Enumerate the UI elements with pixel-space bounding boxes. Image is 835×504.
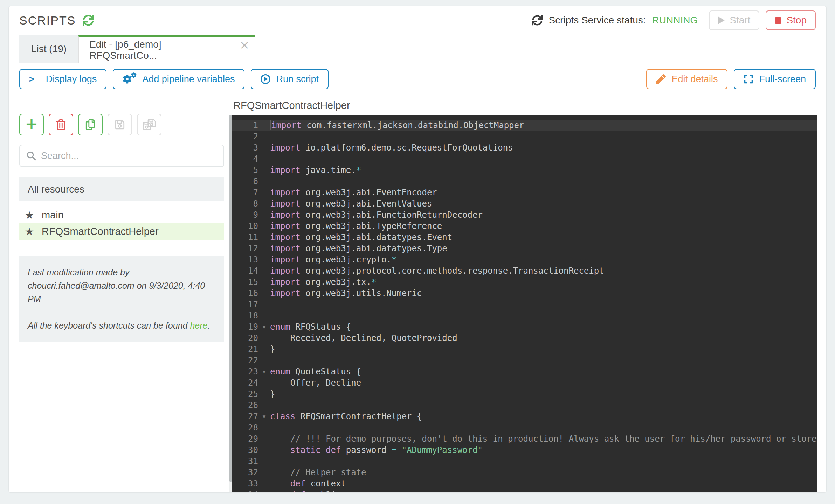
- code-text[interactable]: }: [270, 344, 817, 355]
- code-line[interactable]: 24 Offer, Decline: [232, 377, 817, 388]
- code-text[interactable]: [270, 422, 817, 433]
- code-line[interactable]: 33 def context: [232, 478, 817, 489]
- code-text[interactable]: def context: [270, 478, 817, 489]
- fold-arrow-icon[interactable]: ▾: [258, 411, 270, 422]
- add-resource-button[interactable]: +: [19, 114, 44, 135]
- code-line[interactable]: 7import org.web3j.abi.EventEncoder: [232, 187, 817, 198]
- code-text[interactable]: class RFQSmartContractHelper {: [270, 411, 817, 422]
- refresh-icon[interactable]: [83, 15, 94, 26]
- code-text[interactable]: import org.web3j.abi.datatypes.Type: [270, 243, 817, 254]
- tabbar: List (19) Edit - [p6_demo] RFQSmartCo...…: [9, 35, 826, 63]
- code-text[interactable]: enum QuoteStatus {: [270, 366, 817, 377]
- code-line[interactable]: 29 // !!! For demo purposes, don't do th…: [232, 433, 817, 444]
- code-text[interactable]: // !!! For demo purposes, don't do this …: [270, 433, 817, 444]
- code-line[interactable]: 23▾enum QuoteStatus {: [232, 366, 817, 377]
- code-line[interactable]: 3import io.platform6.demo.sc.RequestForQ…: [232, 142, 817, 153]
- display-logs-button[interactable]: >_ Display logs: [19, 69, 106, 89]
- search-input[interactable]: [41, 150, 217, 161]
- code-text[interactable]: [270, 131, 817, 142]
- code-line[interactable]: 34 def web3j: [232, 489, 817, 493]
- code-text[interactable]: enum RFQStatus {: [270, 321, 817, 332]
- code-text[interactable]: static def password = "ADummyPassword": [270, 444, 817, 456]
- code-text[interactable]: import org.web3j.abi.TypeReference: [270, 220, 817, 232]
- shortcuts-link[interactable]: here: [190, 321, 207, 330]
- full-screen-button[interactable]: Full-screen: [734, 69, 816, 89]
- code-line[interactable]: 8import org.web3j.abi.EventValues: [232, 198, 817, 209]
- list-item[interactable]: ★ main: [19, 207, 224, 223]
- code-text[interactable]: import org.web3j.utils.Numeric: [270, 288, 817, 299]
- code-text[interactable]: [270, 400, 817, 411]
- code-line[interactable]: 20 Received, Declined, QuoteProvided: [232, 332, 817, 344]
- code-line[interactable]: 6: [232, 176, 817, 187]
- tab-edit[interactable]: Edit - [p6_demo] RFQSmartCo... ×: [78, 35, 255, 63]
- code-line[interactable]: 15import org.web3j.tx.*: [232, 276, 817, 288]
- code-line[interactable]: 9import org.web3j.abi.FunctionReturnDeco…: [232, 209, 817, 220]
- code-editor[interactable]: 1import com.fasterxml.jackson.databind.O…: [232, 115, 817, 493]
- code-area[interactable]: 1import com.fasterxml.jackson.databind.O…: [232, 120, 817, 493]
- code-text[interactable]: import org.web3j.abi.EventValues: [270, 198, 817, 209]
- code-line[interactable]: 16import org.web3j.utils.Numeric: [232, 288, 817, 299]
- line-number: 9: [232, 209, 258, 220]
- service-refresh-icon[interactable]: [532, 15, 543, 26]
- code-line[interactable]: 12import org.web3j.abi.datatypes.Type: [232, 243, 817, 254]
- duplicate-resource-button[interactable]: [78, 114, 103, 135]
- code-text[interactable]: }: [270, 388, 817, 400]
- code-line[interactable]: 18: [232, 310, 817, 321]
- code-text[interactable]: import java.time.*: [270, 164, 817, 176]
- code-text[interactable]: import org.web3j.tx.*: [270, 276, 817, 288]
- edit-details-button[interactable]: Edit details: [646, 69, 727, 89]
- code-line[interactable]: 2: [232, 131, 817, 142]
- code-text[interactable]: [270, 176, 817, 187]
- stop-service-button[interactable]: Stop: [766, 10, 816, 30]
- list-item-selected[interactable]: ★ RFQSmartContractHelper: [19, 223, 224, 240]
- code-text[interactable]: import org.web3j.abi.EventEncoder: [270, 187, 817, 198]
- code-text[interactable]: Offer, Decline: [270, 377, 817, 388]
- code-text[interactable]: import org.web3j.crypto.*: [270, 254, 817, 265]
- code-text[interactable]: def web3j: [270, 489, 817, 493]
- fold-arrow-icon[interactable]: ▾: [258, 366, 270, 377]
- run-script-button[interactable]: Run script: [251, 69, 329, 89]
- code-line[interactable]: 11import org.web3j.abi.datatypes.Event: [232, 232, 817, 243]
- code-text[interactable]: [270, 355, 817, 366]
- fold-arrow-icon[interactable]: ▾: [258, 321, 270, 332]
- code-line[interactable]: 28: [232, 422, 817, 433]
- code-text[interactable]: Received, Declined, QuoteProvided: [270, 332, 817, 344]
- tab-list[interactable]: List (19): [19, 35, 78, 63]
- code-line[interactable]: 22: [232, 355, 817, 366]
- code-line[interactable]: 25}: [232, 388, 817, 400]
- code-text[interactable]: [270, 153, 817, 164]
- code-text[interactable]: [270, 310, 817, 321]
- add-pipeline-variables-button[interactable]: Add pipeline variables: [113, 69, 244, 89]
- code-line[interactable]: 14import org.web3j.protocol.core.methods…: [232, 265, 817, 276]
- close-icon[interactable]: ×: [240, 38, 250, 52]
- delete-resource-button[interactable]: [49, 114, 73, 135]
- save-all-resources-button[interactable]: [137, 114, 161, 135]
- code-line[interactable]: 1import com.fasterxml.jackson.databind.O…: [232, 120, 817, 131]
- code-text[interactable]: import com.fasterxml.jackson.databind.Ob…: [270, 120, 817, 131]
- code-line[interactable]: 17: [232, 299, 817, 310]
- code-text[interactable]: import org.web3j.abi.FunctionReturnDecod…: [270, 209, 817, 220]
- line-number: 29: [232, 433, 258, 444]
- code-line[interactable]: 4: [232, 153, 817, 164]
- code-line[interactable]: 13import org.web3j.crypto.*: [232, 254, 817, 265]
- code-line[interactable]: 21}: [232, 344, 817, 355]
- code-line[interactable]: 32 // Helper state: [232, 467, 817, 478]
- editor-scrollbar[interactable]: [229, 115, 232, 493]
- code-text[interactable]: import io.platform6.demo.sc.RequestForQu…: [270, 142, 817, 153]
- code-line[interactable]: 26: [232, 400, 817, 411]
- code-text[interactable]: [270, 299, 817, 310]
- scrollbar-thumb[interactable]: [229, 115, 232, 482]
- code-text[interactable]: import org.web3j.protocol.core.methods.r…: [270, 265, 817, 276]
- save-resource-button[interactable]: [108, 114, 132, 135]
- code-line[interactable]: 30 static def password = "ADummyPassword…: [232, 444, 817, 456]
- code-text[interactable]: import org.web3j.abi.datatypes.Event: [270, 232, 817, 243]
- code-line[interactable]: 31: [232, 456, 817, 467]
- code-line[interactable]: 19▾enum RFQStatus {: [232, 321, 817, 332]
- search-box: [19, 145, 224, 167]
- code-text[interactable]: // Helper state: [270, 467, 817, 478]
- start-service-button[interactable]: Start: [709, 10, 759, 30]
- code-line[interactable]: 27▾class RFQSmartContractHelper {: [232, 411, 817, 422]
- code-line[interactable]: 5import java.time.*: [232, 164, 817, 176]
- code-text[interactable]: [270, 456, 817, 467]
- code-line[interactable]: 10import org.web3j.abi.TypeReference: [232, 220, 817, 232]
